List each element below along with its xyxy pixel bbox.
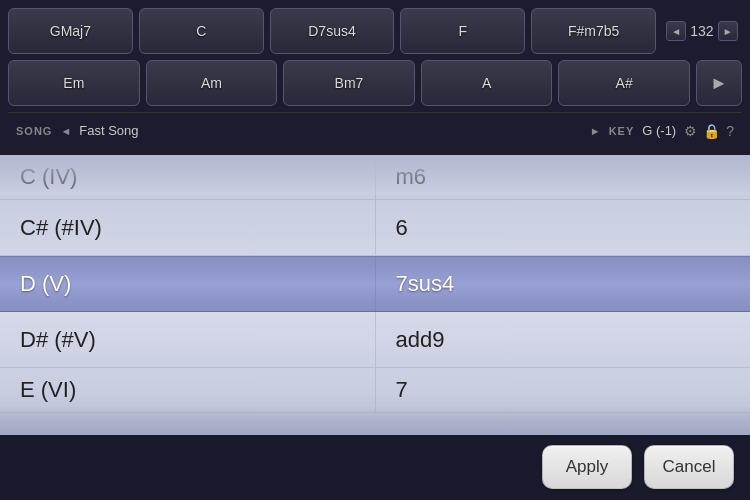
- picker-col-key: E (VI): [0, 368, 376, 412]
- chord-btn-gmaj7[interactable]: GMaj7: [8, 8, 133, 54]
- chord-btn-d7sus4[interactable]: D7sus4: [270, 8, 395, 54]
- bpm-decrease-btn[interactable]: ◄: [666, 21, 686, 41]
- cancel-button[interactable]: Cancel: [644, 445, 734, 489]
- picker-col-key: D# (#V): [0, 312, 376, 367]
- chord-row-2: Em Am Bm7 A A# ►: [8, 60, 742, 106]
- bpm-value: 132: [690, 23, 713, 39]
- picker-col-quality: 7: [376, 368, 751, 412]
- chord-btn-am[interactable]: Am: [146, 60, 278, 106]
- picker-row[interactable]: D# (#V)add9: [0, 312, 750, 368]
- picker-container: C (IV)m6C# (#IV)6D (V)7sus4D# (#V)add9E …: [0, 155, 750, 435]
- chord-btn-f[interactable]: F: [400, 8, 525, 54]
- apply-button[interactable]: Apply: [542, 445, 632, 489]
- bpm-increase-btn[interactable]: ►: [718, 21, 738, 41]
- picker-row[interactable]: C (IV)m6: [0, 155, 750, 200]
- song-name: Fast Song: [79, 123, 581, 138]
- song-icons: ⚙ 🔒 ?: [684, 123, 734, 139]
- picker-col-key: D (V): [0, 257, 376, 311]
- chord-btn-a[interactable]: A: [421, 60, 553, 106]
- help-icon[interactable]: ?: [726, 123, 734, 139]
- song-prev-btn[interactable]: ◄: [60, 125, 71, 137]
- play-button[interactable]: ►: [696, 60, 742, 106]
- bpm-control: ◄ 132 ►: [662, 21, 742, 41]
- chord-btn-em[interactable]: Em: [8, 60, 140, 106]
- chord-btn-asharp[interactable]: A#: [558, 60, 690, 106]
- picker-row[interactable]: C# (#IV)6: [0, 200, 750, 256]
- chord-btn-c[interactable]: C: [139, 8, 264, 54]
- lock-icon[interactable]: 🔒: [703, 123, 720, 139]
- chord-btn-fsharp[interactable]: F#m7b5: [531, 8, 656, 54]
- song-label: SONG: [16, 125, 52, 137]
- picker-row[interactable]: D (V)7sus4: [0, 256, 750, 312]
- picker-col-quality: m6: [376, 155, 751, 199]
- picker-col-quality: 7sus4: [376, 257, 751, 311]
- bottom-bar: Apply Cancel: [0, 435, 750, 500]
- chord-btn-bm7[interactable]: Bm7: [283, 60, 415, 106]
- picker-col-key: C# (#IV): [0, 200, 376, 255]
- song-next-btn[interactable]: ►: [590, 125, 601, 137]
- picker-col-quality: 6: [376, 200, 751, 255]
- key-value: G (-1): [642, 123, 676, 138]
- settings-icon[interactable]: ⚙: [684, 123, 697, 139]
- picker-row[interactable]: E (VI)7: [0, 368, 750, 413]
- picker-scroll[interactable]: C (IV)m6C# (#IV)6D (V)7sus4D# (#V)add9E …: [0, 155, 750, 435]
- song-bar: SONG ◄ Fast Song ► KEY G (-1) ⚙ 🔒 ?: [8, 112, 742, 148]
- picker-col-quality: add9: [376, 312, 751, 367]
- picker-overlay: C (IV)m6C# (#IV)6D (V)7sus4D# (#V)add9E …: [0, 155, 750, 500]
- picker-col-key: C (IV): [0, 155, 376, 199]
- chord-keyboard: GMaj7 C D7sus4 F F#m7b5 ◄ 132 ► Em Am Bm…: [0, 0, 750, 165]
- key-label: KEY: [609, 125, 635, 137]
- chord-row-1: GMaj7 C D7sus4 F F#m7b5 ◄ 132 ►: [8, 8, 742, 54]
